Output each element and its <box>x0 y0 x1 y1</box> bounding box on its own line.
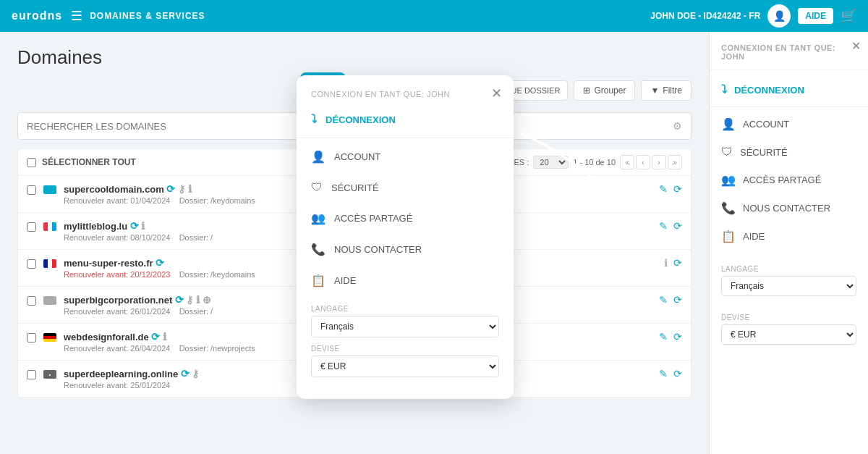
filter-button[interactable]: ▼ Filtre <box>641 80 692 101</box>
group-label: Grouper <box>594 85 626 96</box>
edit-icon[interactable]: ✎ <box>659 331 668 342</box>
pagination-range: 1 - 10 de 10 <box>573 158 616 167</box>
next-page-btn[interactable]: › <box>652 155 666 169</box>
sync-icon[interactable]: ⟳ <box>673 220 682 232</box>
info-icon[interactable]: ℹ <box>196 294 200 306</box>
gear-icon[interactable]: ⚙ <box>673 120 682 132</box>
phone-icon: 📞 <box>311 243 326 256</box>
domain-checkbox[interactable] <box>27 222 36 232</box>
pagination-info: ARTICLES : 20 50 100 1 - 10 de 10 « ‹ › … <box>486 155 682 169</box>
edit-icon[interactable]: ✎ <box>659 220 668 232</box>
popup-language-section: LANGAGE Français English DEVISE € EUR $ … <box>297 296 514 384</box>
deconnexion-label: DÉCONNEXION <box>734 85 804 96</box>
refresh-icon[interactable]: ⟳ <box>175 294 184 306</box>
sync-icon[interactable]: ⟳ <box>673 257 682 269</box>
popup-nous-contacter-item[interactable]: 📞 NOUS CONTACTER <box>297 234 514 265</box>
sync-icon[interactable]: ⟳ <box>673 183 682 195</box>
refresh-icon[interactable]: ⟳ <box>151 331 160 342</box>
domain-row-right: ℹ ⟳ <box>664 257 682 269</box>
extra-icon[interactable]: ⊕ <box>203 294 211 306</box>
prev-page-btn[interactable]: ‹ <box>636 155 650 169</box>
popup-language-select[interactable]: Français English <box>311 316 499 337</box>
refresh-icon[interactable]: ⟳ <box>156 257 164 269</box>
select-all: SÉLECTIONNER TOUT <box>27 157 136 167</box>
popup-aide-label: AIDE <box>334 275 356 286</box>
popup-deconnexion-item[interactable]: ⤵ DÉCONNEXION <box>297 104 514 135</box>
popup-aide-item[interactable]: 📋 AIDE <box>297 265 514 296</box>
devise-select[interactable]: € EUR $ USD <box>721 324 856 345</box>
account-item[interactable]: 👤 ACCOUNT <box>710 110 868 138</box>
pagination-nav: « ‹ › » <box>620 155 682 169</box>
expiry-label: Renouveler avant: 20/12/2023 <box>64 270 170 279</box>
language-section: LANGAGE Français English <box>710 256 868 305</box>
popup-acces-partage-item[interactable]: 👥 ACCÈS PARTAGÉ <box>297 203 514 234</box>
nous-contacter-item[interactable]: 📞 NOUS CONTACTER <box>710 194 868 222</box>
info-icon[interactable]: ℹ <box>163 331 166 342</box>
domain-checkbox[interactable] <box>27 259 36 269</box>
popup-deconnexion-label: DÉCONNEXION <box>326 114 396 125</box>
domain-row-right: ✎ ⟳ <box>659 368 682 379</box>
popup-connection-label: CONNEXION EN TANT QUE: JOHN <box>297 90 514 104</box>
per-page-select[interactable]: 20 50 100 <box>533 156 569 169</box>
devise-section: DEVISE € EUR $ USD <box>710 305 868 353</box>
shield-icon: 🛡 <box>721 146 733 159</box>
refresh-icon[interactable]: ⟳ <box>166 183 175 195</box>
sync-icon[interactable]: ⟳ <box>673 331 682 342</box>
last-page-btn[interactable]: » <box>668 155 682 169</box>
popup-devise-label: DEVISE <box>311 345 499 353</box>
aide-item[interactable]: 📋 AIDE <box>710 222 868 251</box>
account-label: ACCOUNT <box>743 119 789 130</box>
popup-devise-select[interactable]: € EUR $ USD <box>311 356 499 377</box>
lock-icon[interactable]: ⚷ <box>192 368 199 379</box>
first-page-btn[interactable]: « <box>620 155 634 169</box>
popup-close-btn[interactable]: ✕ <box>491 85 502 101</box>
topnav-right: JOHN DOE - ID424242 - FR 👤 AIDE 🛒 <box>650 4 856 28</box>
domain-checkbox[interactable] <box>27 185 36 195</box>
info-icon[interactable]: ℹ <box>188 183 192 195</box>
popup-box: ✕ CONNEXION EN TANT QUE: JOHN ⤵ DÉCONNEX… <box>297 75 514 399</box>
hamburger-icon[interactable]: ☰ <box>71 8 82 24</box>
domain-row-right: ✎ ⟳ <box>659 331 682 342</box>
divider <box>710 106 868 107</box>
aide-button[interactable]: AIDE <box>798 8 833 24</box>
domain-flag <box>43 222 56 231</box>
domain-flag <box>43 259 56 268</box>
filter-label: Filtre <box>663 85 682 96</box>
group-button[interactable]: ⊞ Grouper <box>574 80 635 101</box>
domain-checkbox[interactable] <box>27 370 36 379</box>
info-icon[interactable]: ℹ <box>664 257 668 269</box>
domain-flag <box>43 296 56 305</box>
popup-acces-partage-label: ACCÈS PARTAGÉ <box>334 213 412 224</box>
domain-checkbox[interactable] <box>27 296 36 306</box>
popup-securite-item[interactable]: 🛡 SÉCURITÉ <box>297 172 514 203</box>
domain-flag <box>43 185 56 194</box>
popup-account-item[interactable]: 👤 ACCOUNT <box>297 141 514 172</box>
right-panel-menu: ⤵ DÉCONNEXION 👤 ACCOUNT 🛡 SÉCURITÉ 👥 ACC… <box>710 70 868 256</box>
folder-label: Dossier: /keydomains <box>179 196 255 205</box>
user-icon-btn[interactable]: 👤 <box>767 4 791 28</box>
select-all-checkbox[interactable] <box>27 158 36 167</box>
folder-label: Dossier: /keydomains <box>179 270 255 279</box>
edit-icon[interactable]: ✎ <box>659 368 668 379</box>
edit-icon[interactable]: ✎ <box>659 294 668 306</box>
sync-icon[interactable]: ⟳ <box>673 368 682 379</box>
close-icon[interactable]: ✕ <box>851 39 861 53</box>
refresh-icon[interactable]: ⟳ <box>130 220 139 232</box>
lock-icon[interactable]: ⚷ <box>178 183 185 195</box>
refresh-icon[interactable]: ⟳ <box>181 368 190 379</box>
folder-label: Dossier: / <box>179 233 213 242</box>
domain-row-right: ✎ ⟳ <box>659 294 682 306</box>
deconnexion-item[interactable]: ⤵ DÉCONNEXION <box>710 76 868 104</box>
securite-item[interactable]: 🛡 SÉCURITÉ <box>710 138 868 166</box>
cart-icon[interactable]: 🛒 <box>841 8 856 24</box>
popup-nous-contacter-label: NOUS CONTACTER <box>334 244 422 255</box>
devise-label: DEVISE <box>721 314 856 321</box>
language-select[interactable]: Français English <box>721 276 856 296</box>
info-icon[interactable]: ℹ <box>141 220 145 232</box>
sync-icon[interactable]: ⟳ <box>673 294 682 306</box>
edit-icon[interactable]: ✎ <box>659 183 668 195</box>
acces-partage-item[interactable]: 👥 ACCÈS PARTAGÉ <box>710 166 868 194</box>
lock-icon[interactable]: ⚷ <box>186 294 193 306</box>
expiry-label: Renouveler avant: 26/01/2024 <box>64 307 170 316</box>
domain-checkbox[interactable] <box>27 333 36 342</box>
